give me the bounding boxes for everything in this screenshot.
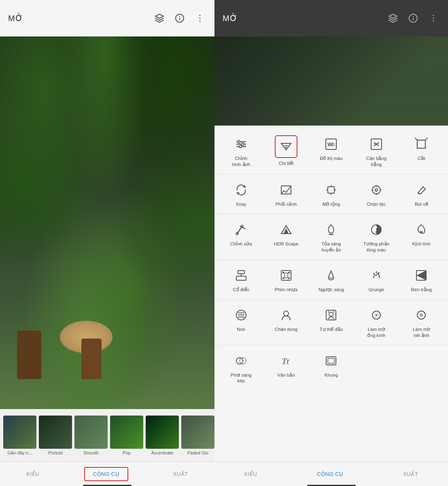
svg-point-10 bbox=[433, 18, 434, 19]
right-bottom-nav: KIỂU CÔNG CỤ XUẤT bbox=[214, 462, 448, 486]
svg-rect-56 bbox=[282, 272, 284, 273]
den-trang-icon bbox=[412, 266, 430, 284]
tool-chon-loc[interactable]: Chọn lọc bbox=[356, 179, 397, 210]
left-image-area bbox=[0, 36, 214, 409]
svg-rect-33 bbox=[328, 187, 334, 193]
tool-xoay[interactable]: Xoay bbox=[221, 179, 261, 210]
tool-cat-label: Cắt bbox=[418, 156, 425, 162]
can-bang-wrap bbox=[367, 135, 385, 153]
tool-grunge[interactable]: Grunge bbox=[356, 264, 397, 295]
tool-mo-rong[interactable]: Mở rộng bbox=[311, 179, 351, 210]
more-vert-icon[interactable] bbox=[193, 12, 206, 25]
svg-marker-18 bbox=[281, 143, 291, 150]
svg-point-51 bbox=[376, 231, 377, 233]
svg-rect-57 bbox=[288, 272, 290, 273]
tool-grunge-label: Grunge bbox=[369, 287, 384, 293]
tool-khung[interactable]: Khung bbox=[311, 350, 351, 381]
tool-can-bang-trang[interactable]: Cân bằngtrắng bbox=[356, 133, 397, 170]
do-thi-mau-icon: W B bbox=[322, 135, 340, 153]
sliders-icon-wrap bbox=[232, 135, 250, 153]
divider-2 bbox=[214, 214, 448, 214]
left-nav-xuat[interactable]: XUẤT bbox=[165, 468, 196, 480]
xoay-icon bbox=[232, 181, 250, 199]
svg-point-38 bbox=[372, 186, 380, 194]
svg-rect-60 bbox=[285, 273, 288, 278]
thumb-label-accentuate: Accentuate bbox=[151, 450, 173, 455]
tool-toa-sang[interactable]: Tỏa sánghuyền ảo bbox=[311, 218, 351, 256]
thumb-smooth[interactable]: Smooth bbox=[74, 416, 108, 455]
svg-point-16 bbox=[242, 143, 244, 145]
right-nav-xuat-label: XUẤT bbox=[403, 471, 418, 477]
thumb-pop[interactable]: Pop bbox=[110, 416, 143, 455]
right-layers-icon[interactable] bbox=[386, 12, 399, 25]
svg-point-50 bbox=[376, 226, 377, 228]
left-nav-kieu[interactable]: KIỂU bbox=[18, 468, 47, 480]
tool-chi-tiet[interactable]: Chi tiết bbox=[266, 133, 306, 169]
thumb-accentuate[interactable]: Accentuate bbox=[146, 416, 179, 455]
tool-chinh-hinh-anh[interactable]: Chỉnhhình ảnh bbox=[221, 133, 261, 170]
tool-lam-mo-ong-kinh[interactable]: Làm mờống kính bbox=[356, 304, 397, 341]
tool-phoi-canh[interactable]: Phối cảnh bbox=[266, 179, 306, 210]
tool-co-dien[interactable]: Cổ điển bbox=[221, 264, 261, 295]
do-thi-mau-wrap: W B bbox=[322, 135, 340, 153]
tool-van-ban[interactable]: Tt Văn bản bbox=[266, 350, 306, 381]
svg-point-9 bbox=[433, 15, 434, 16]
tool-chan-dung[interactable]: Chân dung bbox=[266, 304, 306, 335]
lam-mo-ong-kinh-icon bbox=[367, 306, 385, 324]
tools-row-2: Xoay Phối cảnh bbox=[214, 175, 448, 213]
right-info-icon[interactable] bbox=[407, 12, 420, 25]
left-header-icons bbox=[153, 12, 206, 25]
phoi-sang-kep-icon bbox=[232, 352, 250, 370]
tool-hdr-scape[interactable]: HDR Scape bbox=[266, 218, 306, 249]
tools-row-1: Chỉnhhình ảnh Chi tiết bbox=[214, 130, 448, 173]
tool-chon-loc-label: Chọn lọc bbox=[367, 201, 386, 207]
chi-tiet-icon bbox=[277, 138, 295, 156]
tool-do-thi-mau[interactable]: W B Đồ thị màu bbox=[311, 133, 351, 164]
tuong-phan-icon bbox=[367, 221, 385, 239]
tool-nguoc-sang[interactable]: Ngược sáng bbox=[311, 264, 351, 295]
right-more-vert-icon[interactable] bbox=[427, 12, 440, 25]
svg-point-74 bbox=[333, 311, 334, 312]
mo-rong-icon bbox=[322, 181, 340, 199]
right-nav-cong-cu[interactable]: CÔNG CỤ bbox=[309, 468, 352, 480]
tool-tuong-phan[interactable]: Tương phảntông màu bbox=[356, 218, 397, 256]
svg-rect-27 bbox=[417, 140, 425, 148]
svg-rect-71 bbox=[326, 310, 336, 320]
left-panel: MỞ bbox=[0, 0, 214, 486]
right-nav-xuat[interactable]: XUẤT bbox=[395, 468, 426, 480]
tool-tu-the-dau-label: Tư thế đầu bbox=[320, 326, 343, 333]
tool-den-trang-label: Đen trắng bbox=[411, 287, 432, 293]
info-icon[interactable] bbox=[173, 12, 186, 25]
tool-noir[interactable]: Noir bbox=[221, 304, 261, 335]
tool-tu-the-dau[interactable]: Tư thế đầu bbox=[311, 304, 351, 335]
tools-row-3: Chỉnh sửa HDR Scape bbox=[214, 215, 448, 259]
svg-line-29 bbox=[425, 138, 428, 140]
tool-but-ve[interactable]: Bút vẽ bbox=[401, 179, 442, 210]
co-dien-icon bbox=[232, 266, 250, 284]
left-nav-kieu-label: KIỂU bbox=[26, 471, 39, 477]
layers-icon[interactable] bbox=[153, 12, 166, 25]
tool-den-trang[interactable]: Đen trắng bbox=[401, 264, 442, 295]
svg-rect-52 bbox=[238, 271, 244, 274]
svg-rect-54 bbox=[236, 276, 246, 280]
right-nav-kieu[interactable]: KIỂU bbox=[236, 468, 265, 480]
thumb-portrait[interactable]: Portrait bbox=[39, 416, 72, 455]
left-bottom-nav: KIỂU CÔNG CỤ XUẤT bbox=[0, 462, 214, 486]
right-image-area bbox=[214, 36, 448, 126]
left-image bbox=[0, 36, 214, 409]
tool-xoay-label: Xoay bbox=[236, 201, 246, 207]
tool-chinh-sua[interactable]: Chỉnh sửa bbox=[221, 218, 261, 249]
kich-tinh-icon bbox=[412, 221, 430, 239]
tool-lam-mo-ong-kinh-label: Làm mờống kính bbox=[367, 326, 385, 339]
tool-phoi-sang-kep[interactable]: Phơi sángkép bbox=[221, 350, 261, 387]
sliders-icon bbox=[232, 135, 250, 153]
thumb-label-faded-glo: Faded Glo bbox=[187, 450, 208, 455]
thumb-recent[interactable]: Gần đây n... bbox=[3, 416, 36, 456]
tool-do-thi-mau-label: Đồ thị màu bbox=[320, 156, 343, 162]
tool-phim-nhua[interactable]: Phim nhựa bbox=[266, 264, 306, 295]
left-nav-cong-cu[interactable]: CÔNG CỤ bbox=[84, 467, 129, 481]
tool-lam-mo-net-anh[interactable]: Làm mờnét ảnh bbox=[401, 304, 442, 341]
tool-cat[interactable]: Cắt bbox=[401, 133, 442, 164]
thumb-faded-glo[interactable]: Faded Glo bbox=[181, 416, 214, 455]
tool-kich-tinh[interactable]: Kịch tính bbox=[401, 218, 442, 249]
